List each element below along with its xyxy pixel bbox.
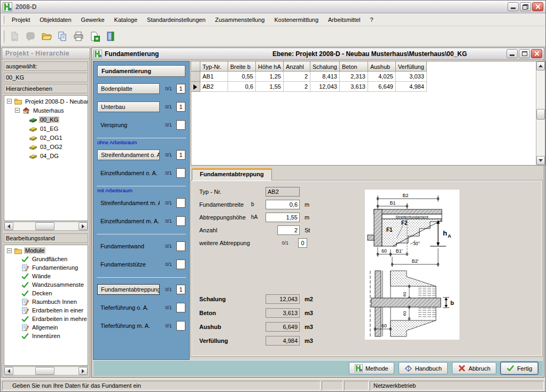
- column-header-anzahl[interactable]: Anzahl: [284, 62, 310, 72]
- tree-item-erdarbeiten-in-mehre[interactable]: Erdarbeiten in mehre: [4, 315, 88, 323]
- hscroll-thumb[interactable]: [35, 222, 54, 230]
- scroll-right-button[interactable]: [79, 222, 88, 230]
- module-count-bodenplatte[interactable]: 1: [176, 84, 185, 93]
- table-vscrollbar[interactable]: [536, 61, 545, 165]
- tree-item-raumbuch-innen[interactable]: Raumbuch Innen: [4, 297, 88, 306]
- methode-button[interactable]: Methode: [349, 362, 394, 374]
- menu-item-arbeitsmittel[interactable]: Arbeitsmittel: [323, 14, 365, 25]
- module-label-tieferf-hrung-o-a[interactable]: Tieferführung o. A.: [97, 304, 160, 311]
- toolbar-export-button[interactable]: [87, 29, 102, 43]
- hierarchy-tree-hscrollbar[interactable]: [4, 222, 88, 231]
- menu-item-help[interactable]: ?: [365, 14, 378, 25]
- module-count-fundamentst-tze[interactable]: [176, 260, 185, 269]
- menu-item-zusammenstellung[interactable]: Zusammenstellung: [210, 14, 270, 25]
- tree-expander-minus-icon[interactable]: [7, 99, 12, 104]
- module-count-tieferf-hrung-o-a[interactable]: [176, 303, 185, 312]
- status-tree-hscrollbar[interactable]: [4, 366, 88, 375]
- inner-close-button[interactable]: [531, 49, 542, 58]
- module-count-einzelfundament-m-a[interactable]: [176, 216, 185, 226]
- column-header-typ-nr[interactable]: Typ-Nr.: [200, 62, 228, 72]
- close-button[interactable]: [532, 2, 543, 11]
- input-abtreppungsh-he[interactable]: [266, 213, 300, 222]
- input-fundamentbreite[interactable]: [266, 200, 300, 209]
- input-typ-nr[interactable]: [266, 187, 300, 197]
- tree-item-01-eg[interactable]: 01_EG: [4, 124, 88, 133]
- column-header-h-he-ha[interactable]: Höhe hA: [256, 62, 284, 72]
- menu-item-kataloge[interactable]: Kataloge: [110, 14, 142, 25]
- module-count-fundamentabtreppung[interactable]: 1: [176, 285, 185, 294]
- tree-expander-minus-icon[interactable]: [15, 108, 20, 113]
- column-header-beton[interactable]: Beton: [339, 62, 368, 72]
- module-count-fundamentwand[interactable]: [176, 241, 185, 251]
- hscroll-thumb[interactable]: [35, 367, 54, 375]
- module-count-streifenfundament-m-a[interactable]: [176, 198, 185, 208]
- module-label-fundamentwand[interactable]: Fundamentwand: [97, 243, 160, 249]
- tree-item-03-og2[interactable]: 03_OG2: [4, 142, 88, 151]
- menu-item-objektdaten[interactable]: Objektdaten: [35, 14, 76, 25]
- tree-item-decken[interactable]: Decken: [4, 289, 88, 297]
- toolbar-copy-button[interactable]: [55, 29, 69, 43]
- restore-button[interactable]: [520, 2, 531, 11]
- toolbar-exit-button[interactable]: [103, 29, 118, 43]
- tree-item-wandzusammenste[interactable]: Wandzusammenste: [4, 280, 88, 289]
- module-button-fundamentabtreppung[interactable]: Fundamentabtreppung: [97, 284, 160, 295]
- module-panel-header[interactable]: Fundamentierung: [97, 65, 185, 77]
- scroll-up-button[interactable]: [536, 61, 545, 70]
- tree-item-innent-ren[interactable]: Innentüren: [4, 332, 88, 340]
- table-row-ab2[interactable]: AB20,61,55212,0433,6136,6494,984: [192, 82, 427, 92]
- module-label-fundamentst-tze[interactable]: Fundamentstütze: [97, 261, 160, 268]
- tab-fundamentabtreppung[interactable]: Fundamentabtreppung: [192, 168, 272, 181]
- toolbar-print-button[interactable]: [71, 29, 85, 43]
- module-label-einzelfundament-m-a[interactable]: Einzelfundament m. A.: [97, 218, 160, 224]
- inner-maximize-button[interactable]: [519, 49, 530, 58]
- tree-item-w-nde[interactable]: Wände: [4, 272, 88, 280]
- module-label-streifenfundament-m-a[interactable]: Streifenfundament m. A.: [97, 200, 160, 206]
- tree-item-grundfl-chen[interactable]: Grundflächen: [4, 255, 88, 263]
- tree-item-04-dg[interactable]: 04_DG: [4, 151, 88, 160]
- menu-item-gewerke[interactable]: Gewerke: [76, 14, 110, 25]
- module-count-tieferf-hrung-m-a[interactable]: [176, 321, 185, 331]
- menubar-gripper[interactable]: [3, 15, 4, 23]
- module-count-unterbau[interactable]: 1: [176, 102, 185, 112]
- tree-item-projekt-2008-d-neubau[interactable]: Projekt 2008-D - Neubau: [4, 97, 88, 106]
- scroll-left-button[interactable]: [4, 367, 13, 375]
- tree-item-erdarbeiten-in-einer[interactable]: Erdarbeiten in einer: [4, 306, 88, 315]
- input-anzahl[interactable]: [277, 225, 300, 235]
- abbruch-button[interactable]: Abbruch: [452, 362, 496, 374]
- column-header-schalung[interactable]: Schalung: [310, 62, 340, 72]
- tree-item-00-kg[interactable]: 00_KG: [4, 115, 88, 124]
- tree-item-musterhaus[interactable]: Musterhaus: [4, 106, 88, 115]
- module-button-bodenplatte[interactable]: Bodenplatte: [97, 83, 160, 94]
- scroll-right-button[interactable]: [79, 367, 88, 375]
- module-button-streifenfundament-o-a[interactable]: Streifenfundament o. A.: [97, 150, 160, 160]
- tree-item-module[interactable]: Module: [4, 246, 88, 255]
- inner-minimize-button[interactable]: [506, 49, 518, 58]
- tree-item-allgemein[interactable]: Allgemein: [4, 323, 88, 332]
- tree-item-02-og1[interactable]: 02_OG1: [4, 133, 88, 142]
- menu-item-kostenermittlung[interactable]: Kostenermittlung: [269, 14, 323, 25]
- minimize-button[interactable]: [508, 2, 519, 11]
- column-header-verf-llung[interactable]: Verfüllung: [395, 62, 426, 72]
- module-label-einzelfundament-o-a[interactable]: Einzelfundament o. A.: [97, 170, 160, 176]
- vscroll-thumb[interactable]: [536, 109, 545, 120]
- toolbar-gripper[interactable]: [3, 30, 4, 42]
- column-header-breite-b[interactable]: Breite b: [228, 62, 256, 72]
- fertig-button[interactable]: Fertig: [501, 362, 538, 374]
- module-label-tieferf-hrung-m-a[interactable]: Tieferführung m. A.: [97, 323, 160, 329]
- table-row-ab1[interactable]: AB10,551,2528,4132,3134,0253,033: [192, 72, 427, 82]
- scroll-down-button[interactable]: [536, 156, 545, 165]
- module-label-versprung[interactable]: Versprung: [97, 122, 160, 128]
- scroll-left-button[interactable]: [4, 222, 13, 230]
- module-count-versprung[interactable]: [176, 120, 185, 130]
- module-count-streifenfundament-o-a[interactable]: 1: [176, 150, 185, 160]
- handbuch-button[interactable]: Handbuch: [399, 362, 448, 374]
- column-header-aushub[interactable]: Aushub: [368, 62, 395, 72]
- toolbar-open-folder-button[interactable]: [39, 29, 53, 43]
- tree-expander-minus-icon[interactable]: [7, 248, 12, 253]
- input-weitere-abtreppung[interactable]: [298, 238, 307, 248]
- tree-item-fundamentierung[interactable]: Fundamentierung: [4, 263, 88, 272]
- module-button-unterbau[interactable]: Unterbau: [97, 101, 160, 112]
- menu-item-projekt[interactable]: Projekt: [7, 14, 35, 25]
- menu-item-standardeinstellungen[interactable]: Standardeinstellungen: [142, 14, 210, 25]
- module-count-einzelfundament-o-a[interactable]: [176, 168, 185, 178]
